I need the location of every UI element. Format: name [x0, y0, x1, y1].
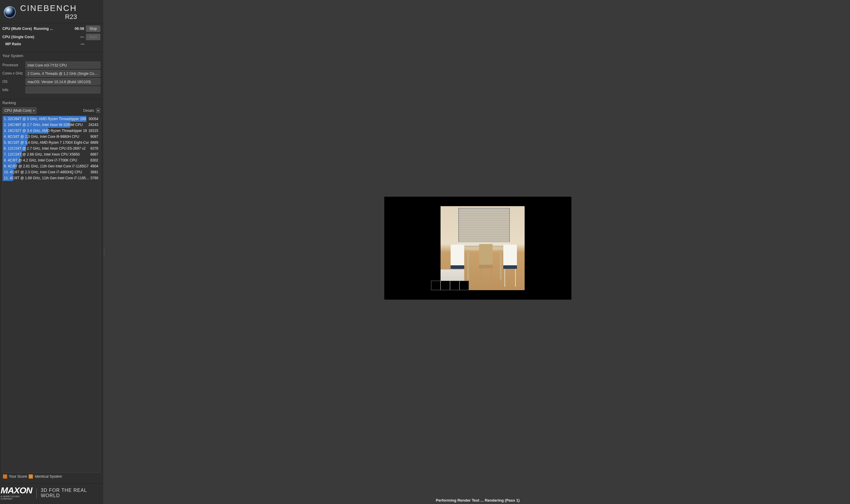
- ranking-row-score: 3891: [90, 170, 100, 174]
- ranking-row[interactable]: 1. 32C/64T @ 3 GHz, AMD Ryzen Threadripp…: [3, 116, 100, 122]
- legend-swatch-identical: [29, 474, 33, 479]
- ranking-row-label: 11. 4C/8T @ 1.69 GHz, 11th Gen Intel Cor…: [3, 176, 90, 180]
- ranking-row-score: 4904: [90, 164, 100, 168]
- sys-processor-row: Processor Intel Core m3-7Y32 CPU: [2, 61, 100, 69]
- ranking-row-label: 5. 8C/16T @ 3.4 GHz, AMD Ryzen 7 1700X E…: [3, 141, 90, 145]
- details-toggle[interactable]: ▾: [96, 108, 100, 113]
- ranking-list[interactable]: 1. 32C/64T @ 3 GHz, AMD Ryzen Threadripp…: [2, 116, 100, 473]
- render-preview: [440, 206, 525, 290]
- chevron-down-icon: ▾: [98, 109, 99, 112]
- test-mp-value: ---: [70, 42, 84, 46]
- sys-info-field[interactable]: [25, 86, 100, 93]
- ranking-row-label: 10. 4C/8T @ 2.3 GHz, Intel Core i7-4850H…: [3, 170, 90, 174]
- brand-version: R23: [65, 14, 77, 20]
- ranking-row[interactable]: 11. 4C/8T @ 1.69 GHz, 11th Gen Intel Cor…: [3, 175, 100, 181]
- ranking-row-score: 24243: [88, 123, 100, 127]
- ranking-row[interactable]: 8. 4C/8T @ 4.2 GHz, Intel Core i7-7700K …: [3, 157, 100, 163]
- render-canvas: [384, 197, 571, 300]
- test-single-row: CPU (Single Core) --- Start: [2, 33, 100, 41]
- logo-block: CINEBENCH R23: [0, 0, 103, 23]
- render-tiles-active: [431, 281, 459, 290]
- brand-text: CINEBENCH R23: [20, 4, 77, 20]
- ranking-mode-select[interactable]: CPU (Multi Core) ▾: [2, 107, 37, 114]
- status-text: Performing Render Test ... Rendering (Pa…: [436, 498, 520, 503]
- ranking-row-score: 30054: [88, 117, 100, 121]
- sys-os-field[interactable]: macOS: Version 10.14.6 (Build 18G103): [25, 78, 100, 85]
- ranking-row[interactable]: 5. 8C/16T @ 3.4 GHz, AMD Ryzen 7 1700X E…: [3, 140, 100, 145]
- system-header: Your System: [0, 52, 103, 59]
- test-multi-row: CPU (Multi Core) Running ... 06:58 Stop: [2, 24, 100, 33]
- test-mp-label: MP Ratio: [5, 42, 35, 46]
- ranking-row-label: 1. 32C/64T @ 3 GHz, AMD Ryzen Threadripp…: [3, 117, 88, 121]
- ranking-row-score: 8378: [90, 146, 100, 150]
- ranking-row-label: 7. 12C/24T @ 2.66 GHz, Intel Xeon CPU X5…: [3, 152, 90, 157]
- sidebar: CINEBENCH R23 CPU (Multi Core) Running .…: [0, 0, 103, 504]
- sys-os-row: OS macOS: Version 10.14.6 (Build 18G103): [2, 78, 100, 85]
- ranking-row-score: 8889: [90, 141, 100, 145]
- footer-slogan: 3D FOR THE REAL WORLD: [36, 488, 100, 498]
- chevron-down-icon: ▾: [33, 109, 35, 112]
- ranking-row-label: 2. 24C/48T @ 2.7 GHz, Intel Xeon W-3265M…: [3, 123, 88, 127]
- ranking-row[interactable]: 3. 16C/32T @ 3.4 GHz, AMD Ryzen Threadri…: [3, 128, 100, 134]
- ranking-panel: CPU (Multi Core) ▾ Details ▾ 1. 32C/64T …: [0, 106, 103, 483]
- render-area: [105, 0, 850, 496]
- ranking-row[interactable]: 2. 24C/48T @ 2.7 GHz, Intel Xeon W-3265M…: [3, 122, 100, 128]
- ranking-header: Ranking: [0, 99, 103, 106]
- ranking-row-score: 6867: [90, 152, 100, 157]
- test-mp-row: MP Ratio ---: [2, 41, 100, 47]
- brand-title: CINEBENCH: [20, 4, 77, 13]
- ranking-row-label: 8. 4C/8T @ 4.2 GHz, Intel Core i7-7700K …: [3, 158, 90, 162]
- splitter-handle[interactable]: [103, 0, 105, 504]
- sys-cores-row: Cores x GHz 2 Cores, 4 Threads @ 1.2 GHz…: [2, 70, 100, 77]
- details-label: Details: [83, 109, 94, 113]
- test-single-value: ---: [69, 35, 84, 39]
- ranking-controls: CPU (Multi Core) ▾ Details ▾: [2, 107, 100, 114]
- stop-button[interactable]: Stop: [86, 25, 100, 32]
- sys-info-row: Info: [2, 86, 100, 93]
- app-root: CINEBENCH R23 CPU (Multi Core) Running .…: [0, 0, 850, 504]
- sys-processor-field[interactable]: Intel Core m3-7Y32 CPU: [25, 61, 100, 69]
- ranking-row[interactable]: 4. 8C/16T @ 2.3 GHz, Intel Core i9-9880H…: [3, 134, 100, 140]
- test-multi-label: CPU (Multi Core): [2, 26, 32, 31]
- ranking-row-label: 9. 4C/8T @ 2.81 GHz, 11th Gen Intel Core…: [3, 164, 90, 168]
- status-bar: Performing Render Test ... Rendering (Pa…: [105, 496, 850, 504]
- legend-your-label: Your Score: [9, 474, 27, 479]
- cinebench-logo-icon: [3, 6, 16, 18]
- sys-cores-field[interactable]: 2 Cores, 4 Threads @ 1.2 GHz (Single Cor…: [25, 70, 100, 77]
- test-multi-time: 06:58: [69, 26, 84, 31]
- ranking-row[interactable]: 10. 4C/8T @ 2.3 GHz, Intel Core i7-4850H…: [3, 169, 100, 175]
- ranking-row-score: 9087: [90, 134, 100, 139]
- main-area: Performing Render Test ... Rendering (Pa…: [105, 0, 850, 504]
- ranking-row-label: 6. 12C/24T @ 2.7 GHz, Intel Xeon CPU E5-…: [3, 146, 90, 150]
- ranking-row-score: 6302: [90, 158, 100, 162]
- test-single-label: CPU (Single Core): [2, 35, 34, 39]
- legend: Your Score Identical System: [2, 473, 100, 481]
- ranking-row[interactable]: 7. 12C/24T @ 2.66 GHz, Intel Xeon CPU X5…: [3, 151, 100, 157]
- legend-swatch-your: [3, 474, 7, 479]
- legend-identical-label: Identical System: [35, 474, 62, 479]
- ranking-row-score: 3769: [90, 176, 100, 180]
- ranking-row[interactable]: 9. 4C/8T @ 2.81 GHz, 11th Gen Intel Core…: [3, 163, 100, 169]
- ranking-row-score: 16315: [88, 129, 100, 133]
- start-button: Start: [86, 34, 100, 40]
- tests-panel: CPU (Multi Core) Running ... 06:58 Stop …: [0, 23, 103, 50]
- ranking-row-label: 3. 16C/32T @ 3.4 GHz, AMD Ryzen Threadri…: [3, 129, 88, 133]
- render-tiles-active: [459, 281, 469, 290]
- ranking-row-label: 4. 8C/16T @ 2.3 GHz, Intel Core i9-9880H…: [3, 134, 90, 139]
- test-multi-status: Running ...: [34, 26, 68, 31]
- footer-brand: MAXON A NEMETSCHEK COMPANY 3D FOR THE RE…: [0, 483, 103, 504]
- system-panel: Processor Intel Core m3-7Y32 CPU Cores x…: [0, 59, 103, 97]
- maxon-logo: MAXON A NEMETSCHEK COMPANY: [1, 486, 32, 500]
- ranking-row[interactable]: 6. 12C/24T @ 2.7 GHz, Intel Xeon CPU E5-…: [3, 145, 100, 151]
